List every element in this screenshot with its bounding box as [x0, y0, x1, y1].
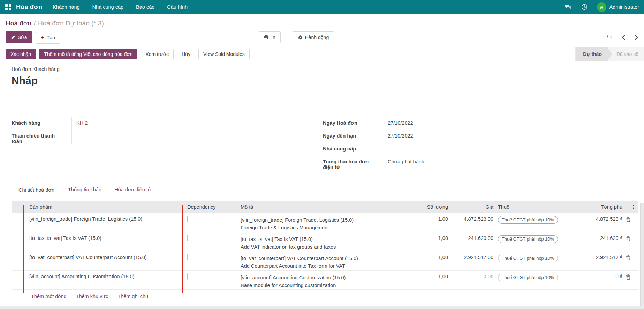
- row-price[interactable]: 4.872.523,00: [448, 213, 493, 232]
- tab-hoa-don-dien-tu[interactable]: Hóa đơn điện tử: [108, 183, 158, 197]
- vertical-scrollbar[interactable]: [640, 203, 644, 306]
- breadcrumb-root-link[interactable]: Hoá đơn: [6, 20, 31, 27]
- plus-icon: +: [41, 35, 44, 41]
- dependency-checkbox[interactable]: [187, 235, 188, 241]
- top-menu: Khách hàng Nhà cung cấp Báo cáo Cấu hình: [53, 4, 188, 10]
- row-subtotal: 241.629₫: [572, 232, 622, 251]
- vendor-label: Nhà cung cấp: [323, 143, 383, 156]
- tax-badge[interactable]: Thuế GTGT phải nộp 10%: [498, 235, 558, 243]
- state-posted[interactable]: Đã vào sổ: [608, 47, 644, 61]
- menu-cau-hinh[interactable]: Cấu hình: [167, 4, 188, 10]
- currency-symbol: ₫: [620, 235, 622, 241]
- row-price[interactable]: 0,00: [448, 271, 493, 289]
- row-description[interactable]: [to_tax_is_vat] Tax Is VAT (15.0) Add VA…: [241, 232, 404, 251]
- document-type-label: Hoá đơn Khách hàng: [12, 66, 644, 72]
- control-panel: Sửa + Tạo In Hành động 1 / 1: [6, 31, 644, 43]
- user-name: Administrator: [609, 4, 639, 10]
- invoice-lines-table: Sản phẩm Dependency Mô tả Số lượng Giá T…: [12, 201, 638, 303]
- chevron-right-icon: [635, 35, 638, 40]
- header-description[interactable]: Mô tả: [241, 201, 404, 213]
- printer-icon: [264, 35, 269, 39]
- header-subtotal[interactable]: Tổng phụ: [572, 201, 622, 213]
- tax-badge[interactable]: Thuế GTGT phải nộp 10%: [498, 216, 558, 224]
- header-dependency[interactable]: Dependency: [183, 201, 241, 213]
- trash-icon: [626, 217, 631, 222]
- dependency-checkbox[interactable]: [187, 254, 188, 260]
- tab-thong-tin-khac[interactable]: Thông tin khác: [61, 183, 108, 197]
- row-quantity[interactable]: 1,00: [404, 232, 448, 251]
- currency-symbol: ₫: [620, 255, 622, 260]
- chevron-left-icon: [622, 35, 625, 40]
- row-quantity[interactable]: 1,00: [404, 251, 448, 270]
- dependency-checkbox[interactable]: [187, 216, 188, 222]
- pager-previous-button[interactable]: [622, 35, 625, 40]
- view-sold-modules-button[interactable]: View Sold Modules: [198, 49, 250, 59]
- table-row[interactable]: [viin_foreign_trade] Foreign Trade, Logi…: [12, 213, 638, 232]
- optional-columns-icon[interactable]: ⋮: [631, 204, 636, 210]
- user-menu[interactable]: A Administrator: [597, 2, 639, 12]
- apps-grid-icon: [5, 4, 11, 10]
- table-row[interactable]: [viin_account] Accounting Customization …: [12, 271, 638, 290]
- trash-icon: [626, 236, 631, 241]
- table-row[interactable]: [to_tax_is_vat] Tax Is VAT (15.0) [to_ta…: [12, 232, 638, 251]
- row-product[interactable]: [viin_account] Accounting Customization …: [23, 271, 183, 289]
- header-tax[interactable]: Thuế: [493, 201, 572, 213]
- action-button[interactable]: Hành động: [293, 31, 334, 43]
- row-product[interactable]: [viin_foreign_trade] Foreign Trade, Logi…: [23, 213, 183, 232]
- delete-row-button[interactable]: [626, 236, 631, 241]
- row-product[interactable]: [to_tax_is_vat] Tax Is VAT (15.0): [23, 232, 183, 251]
- row-description[interactable]: [viin_account] Accounting Customization …: [241, 271, 404, 289]
- row-quantity[interactable]: 1,00: [404, 271, 448, 289]
- field-groups: Khách hàng KH 2 Tham chiếu thanh toán Ng…: [12, 117, 644, 170]
- customer-label: Khách hàng: [12, 117, 71, 130]
- delete-row-button[interactable]: [626, 255, 631, 260]
- header-price[interactable]: Giá: [448, 201, 493, 213]
- preview-button[interactable]: Xem trước: [141, 49, 174, 59]
- einvoice-state-label: Trạng thái hóa đơn điện tử: [323, 156, 383, 170]
- menu-nha-cung-cap[interactable]: Nhà cung cấp: [92, 4, 123, 10]
- add-note-link[interactable]: Thêm ghi chú: [118, 294, 148, 303]
- pager-next-button[interactable]: [635, 35, 638, 40]
- currency-symbol: ₫: [620, 216, 622, 222]
- activities-clock-icon[interactable]: [581, 4, 588, 10]
- menu-khach-hang[interactable]: Khách hàng: [53, 4, 79, 10]
- field-invoice-date: Ngày Hoá đơn 27/10/2022: [323, 117, 498, 130]
- messages-icon[interactable]: [565, 4, 572, 10]
- add-vi-description-button[interactable]: Thêm mô tả tiếng Việt cho dòng hóa đơn: [39, 49, 137, 59]
- menu-bao-cao[interactable]: Báo cáo: [136, 4, 154, 10]
- header-quantity[interactable]: Số lượng: [404, 201, 448, 213]
- delete-row-button[interactable]: [626, 274, 631, 280]
- row-product[interactable]: [to_vat_counterpart] VAT Counterpart Acc…: [23, 251, 183, 270]
- add-line-link[interactable]: Thêm một dòng: [31, 294, 67, 303]
- delete-row-button[interactable]: [626, 217, 631, 222]
- cancel-button[interactable]: Hủy: [177, 49, 195, 59]
- customer-value-link[interactable]: KH 2: [71, 117, 256, 130]
- apps-menu-button[interactable]: [0, 0, 16, 14]
- edit-button[interactable]: Sửa: [6, 31, 32, 43]
- einvoice-state-value: Chưa phát hành: [383, 156, 498, 170]
- row-price[interactable]: 241.629,00: [448, 232, 493, 251]
- dependency-checkbox[interactable]: [187, 273, 188, 280]
- header-product[interactable]: Sản phẩm: [23, 201, 183, 213]
- table-row[interactable]: [to_vat_counterpart] VAT Counterpart Acc…: [12, 251, 638, 271]
- top-navbar: Hóa đơn Khách hàng Nhà cung cấp Báo cáo …: [0, 0, 644, 14]
- tax-badge[interactable]: Thuế GTGT phải nộp 10%: [498, 274, 558, 281]
- row-description[interactable]: [viin_foreign_trade] Foreign Trade, Logi…: [241, 213, 404, 232]
- app-title[interactable]: Hóa đơn: [16, 3, 42, 11]
- row-description[interactable]: [to_vat_counterpart] VAT Counterpart Acc…: [241, 251, 404, 270]
- table-footer-links: Thêm một dòng Thêm khu vực Thêm ghi chú: [12, 290, 638, 303]
- row-quantity[interactable]: 1,00: [404, 213, 448, 232]
- create-button[interactable]: + Tạo: [36, 32, 60, 44]
- tax-badge[interactable]: Thuế GTGT phải nộp 10%: [498, 255, 558, 262]
- field-payment-reference: Tham chiếu thanh toán: [12, 130, 256, 144]
- row-price[interactable]: 2.921.517,00: [448, 251, 493, 270]
- breadcrumb-separator: /: [34, 20, 36, 27]
- state-draft[interactable]: Dự thảo: [575, 47, 612, 61]
- notebook-tabs: Chi tiết hoá đơn Thông tin khác Hóa đơn …: [12, 183, 644, 197]
- print-button[interactable]: In: [259, 31, 281, 43]
- trash-icon: [626, 255, 631, 260]
- document-name: Nháp: [12, 75, 644, 87]
- add-section-link[interactable]: Thêm khu vực: [76, 294, 108, 303]
- confirm-button[interactable]: Xác nhận: [6, 49, 36, 59]
- tab-chi-tiet-hoa-don[interactable]: Chi tiết hoá đơn: [12, 183, 61, 197]
